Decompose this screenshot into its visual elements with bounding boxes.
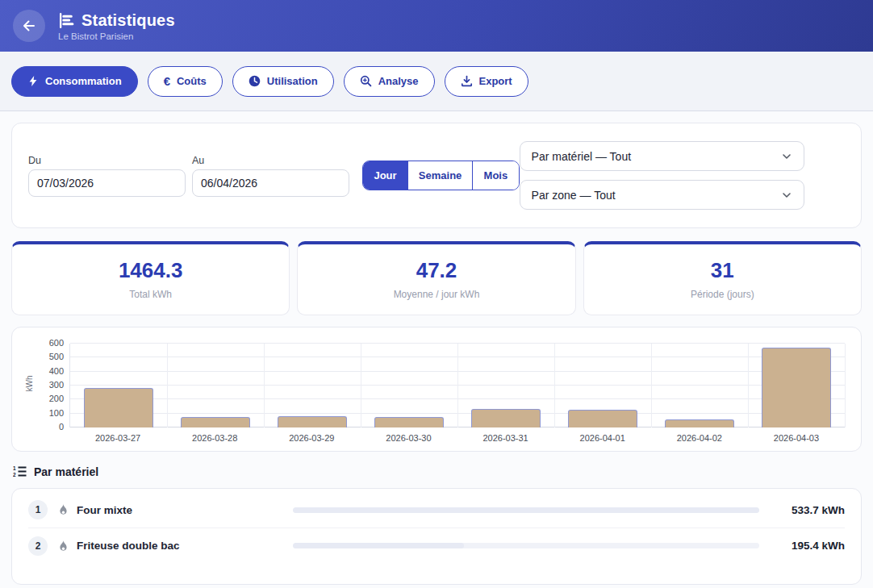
granularity-option-semaine[interactable]: Semaine — [408, 161, 473, 190]
app-header: Statistiques Le Bistrot Parisien — [0, 0, 873, 52]
zone-select[interactable]: Par zone — Tout — [520, 180, 804, 210]
page-subtitle: Le Bistrot Parisien — [58, 31, 175, 41]
tab-bar: Consommation€CoûtsUtilisationAnalyseExpo… — [0, 52, 873, 111]
date-to-group: Au — [192, 155, 349, 197]
y-tick-label: 100 — [49, 409, 64, 418]
bar[interactable] — [181, 417, 250, 427]
chevron-down-icon — [781, 190, 792, 201]
date-from-group: Du — [28, 155, 186, 197]
consumption-chart-card: kWh 0100200300400500600 2026-03-272026-0… — [11, 327, 862, 452]
back-button[interactable] — [13, 10, 45, 42]
stat-label: Total kWh — [12, 289, 289, 300]
stat-value: 1464.3 — [12, 258, 289, 283]
stat-cards-row: 1464.3Total kWh47.2Moyenne / jour kWh31P… — [11, 241, 862, 315]
y-tick-label: 400 — [49, 367, 64, 376]
tab-export[interactable]: Export — [445, 66, 528, 97]
date-to-label: Au — [192, 155, 349, 166]
svg-text:2: 2 — [13, 472, 16, 477]
filters-card: Du Au JourSemaineMois Par matériel — Tou… — [11, 123, 862, 228]
page-title: Statistiques — [81, 11, 175, 30]
tab-analyse[interactable]: Analyse — [344, 66, 435, 97]
ranking-section-header: 1 2 Par matériel — [13, 465, 860, 478]
bar-slot — [264, 344, 361, 427]
tab-label: Consommation — [45, 75, 122, 87]
bar[interactable] — [278, 416, 347, 427]
chevron-down-icon — [781, 151, 792, 162]
stat-value: 31 — [584, 258, 861, 283]
y-axis-label: kWh — [25, 370, 34, 398]
y-tick-label: 600 — [49, 339, 64, 348]
bar-chart-icon — [58, 12, 75, 29]
x-tick-label: 2026-04-03 — [748, 433, 845, 443]
rank-badge: 2 — [28, 536, 48, 556]
vertical-gridline — [845, 344, 846, 427]
download-icon — [461, 75, 473, 87]
y-tick-label: 0 — [59, 423, 64, 432]
x-tick-label: 2026-04-02 — [651, 433, 748, 443]
svg-text:1: 1 — [13, 465, 16, 471]
stat-card-periode-jours-: 31Période (jours) — [583, 241, 862, 315]
date-from-input[interactable] — [28, 169, 186, 197]
euro-icon: € — [164, 75, 170, 87]
main-content: Du Au JourSemaineMois Par matériel — Tou… — [0, 111, 873, 588]
lightning-icon — [27, 75, 39, 87]
x-tick-label: 2026-03-27 — [69, 433, 166, 443]
x-tick-label: 2026-04-01 — [554, 433, 651, 443]
stat-card-moyenne-jour-kwh: 47.2Moyenne / jour kWh — [297, 241, 575, 315]
rank-badge: 1 — [28, 500, 48, 519]
x-tick-label: 2026-03-28 — [166, 433, 263, 443]
bars-layer — [70, 344, 845, 427]
material-select[interactable]: Par matériel — Tout — [520, 141, 804, 171]
chart-plot-area — [69, 344, 845, 427]
x-axis-labels: 2026-03-272026-03-282026-03-292026-03-30… — [69, 433, 845, 443]
zone-select-value: Par zone — Tout — [532, 189, 616, 202]
zoom-in-icon — [360, 75, 372, 87]
bar[interactable] — [762, 348, 831, 427]
y-axis-ticks: 0100200300400500600 — [36, 344, 64, 427]
tab-consommation[interactable]: Consommation — [11, 66, 138, 97]
bar-slot — [70, 344, 167, 427]
date-from-label: Du — [28, 155, 186, 166]
ranking-card: 1Four mixte533.7 kWh2Friteuse double bac… — [11, 488, 862, 585]
stat-label: Période (jours) — [584, 289, 861, 300]
bar-slot — [457, 344, 554, 427]
date-to-input[interactable] — [192, 169, 349, 197]
back-arrow-icon — [21, 18, 37, 34]
tab-label: Analyse — [378, 75, 419, 87]
y-tick-label: 300 — [49, 381, 64, 390]
material-select-value: Par matériel — Tout — [532, 150, 631, 163]
bar-slot — [167, 344, 264, 427]
usage-progress-track — [293, 543, 759, 548]
tab-couts[interactable]: €Coûts — [148, 66, 223, 97]
y-tick-label: 500 — [49, 352, 64, 361]
numbered-list-icon: 1 2 — [13, 465, 27, 478]
usage-value: 533.7 kWh — [774, 504, 845, 516]
bar-slot — [651, 344, 748, 427]
clock-icon — [249, 75, 261, 87]
ranking-section-title: Par matériel — [34, 465, 98, 478]
bar[interactable] — [374, 417, 444, 427]
stat-card-total-kwh: 1464.3Total kWh — [11, 241, 290, 315]
tab-label: Coûts — [177, 75, 207, 87]
granularity-option-jour[interactable]: Jour — [363, 161, 408, 190]
bar[interactable] — [471, 409, 541, 427]
flame-icon — [57, 503, 69, 516]
bar[interactable] — [568, 410, 637, 427]
x-tick-label: 2026-03-31 — [457, 433, 554, 443]
granularity-option-mois[interactable]: Mois — [473, 161, 518, 190]
stat-value: 47.2 — [298, 258, 574, 283]
x-tick-label: 2026-03-29 — [263, 433, 360, 443]
bar[interactable] — [665, 419, 734, 427]
tab-utilisation[interactable]: Utilisation — [232, 66, 334, 97]
granularity-segmented-control: JourSemaineMois — [362, 161, 520, 190]
tab-label: Utilisation — [267, 75, 318, 87]
stat-label: Moyenne / jour kWh — [298, 289, 574, 300]
bar[interactable] — [84, 388, 153, 427]
tab-label: Export — [479, 75, 512, 87]
equipment-name: Four mixte — [77, 504, 132, 516]
flame-icon — [57, 540, 69, 553]
usage-progress-fill — [293, 507, 759, 513]
equipment-name: Friteuse double bac — [77, 540, 180, 552]
bar-slot — [748, 344, 845, 427]
bar-slot — [554, 344, 651, 427]
